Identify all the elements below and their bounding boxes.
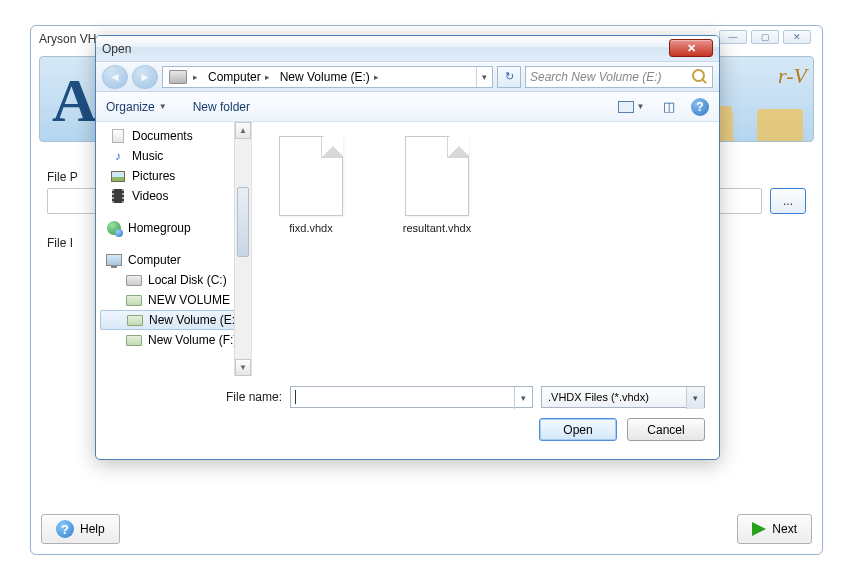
computer-icon bbox=[106, 254, 122, 266]
drive-icon bbox=[127, 315, 143, 326]
search-placeholder: Search New Volume (E:) bbox=[530, 70, 662, 84]
document-icon bbox=[112, 129, 124, 143]
view-mode-button[interactable]: ▼ bbox=[615, 97, 647, 117]
dialog-title: Open bbox=[102, 42, 131, 56]
tree-computer[interactable]: Computer bbox=[96, 250, 251, 270]
open-dialog: Open ✕ ◄ ► ▸ Computer▸ New Volume (E:)▸ … bbox=[95, 35, 720, 460]
nav-forward-button[interactable]: ► bbox=[132, 65, 158, 89]
file-item[interactable]: fixd.vhdx bbox=[268, 136, 354, 234]
device-icon bbox=[169, 70, 187, 84]
file-item[interactable]: resultant.vhdx bbox=[394, 136, 480, 234]
breadcrumb-computer[interactable]: Computer bbox=[208, 70, 261, 84]
tree-documents[interactable]: Documents bbox=[96, 126, 251, 146]
close-button[interactable]: ✕ bbox=[783, 30, 811, 44]
cancel-button[interactable]: Cancel bbox=[627, 418, 705, 441]
preview-pane-button[interactable]: ◫ bbox=[657, 97, 681, 117]
minimize-button[interactable]: — bbox=[719, 30, 747, 44]
picture-icon bbox=[111, 171, 125, 182]
dialog-titlebar[interactable]: Open ✕ bbox=[96, 36, 719, 62]
help-icon[interactable]: ? bbox=[691, 98, 709, 116]
tree-volume-f[interactable]: New Volume (F:) bbox=[96, 330, 251, 350]
refresh-button[interactable]: ↻ bbox=[497, 66, 521, 88]
scroll-up-button[interactable]: ▲ bbox=[235, 122, 251, 139]
next-button[interactable]: Next bbox=[737, 514, 812, 544]
open-button[interactable]: Open bbox=[539, 418, 617, 441]
tree-local-c[interactable]: Local Disk (C:) bbox=[96, 270, 251, 290]
window-controls: — ▢ ✕ bbox=[719, 30, 811, 44]
next-label: Next bbox=[772, 522, 797, 536]
dialog-navrow: ◄ ► ▸ Computer▸ New Volume (E:)▸ ▾ ↻ Sea… bbox=[96, 62, 719, 92]
tree-volume-d[interactable]: NEW VOLUME (D bbox=[96, 290, 251, 310]
dialog-close-button[interactable]: ✕ bbox=[669, 39, 713, 57]
nav-back-button[interactable]: ◄ bbox=[102, 65, 128, 89]
search-icon bbox=[692, 69, 708, 85]
homegroup-icon bbox=[107, 221, 121, 235]
dialog-toolbar: Organize▼ New folder ▼ ◫ ? bbox=[96, 92, 719, 122]
music-icon: ♪ bbox=[110, 149, 126, 163]
help-icon: ? bbox=[56, 520, 74, 538]
filename-label: File name: bbox=[110, 390, 282, 404]
file-name: fixd.vhdx bbox=[289, 222, 332, 234]
tree-music[interactable]: ♪Music bbox=[96, 146, 251, 166]
scroll-down-button[interactable]: ▼ bbox=[235, 359, 251, 376]
filename-input[interactable]: ▾ bbox=[290, 386, 533, 408]
address-dropdown[interactable]: ▾ bbox=[476, 67, 492, 87]
scroll-thumb[interactable] bbox=[237, 187, 249, 257]
new-folder-button[interactable]: New folder bbox=[193, 100, 250, 114]
drive-icon bbox=[126, 275, 142, 286]
banner-right-text: r-V bbox=[778, 63, 807, 89]
drive-icon bbox=[126, 295, 142, 306]
tree-videos[interactable]: Videos bbox=[96, 186, 251, 206]
tree-homegroup[interactable]: Homegroup bbox=[96, 218, 251, 238]
file-icon bbox=[405, 136, 469, 216]
filename-dropdown[interactable]: ▾ bbox=[514, 387, 532, 409]
navigation-pane: Documents ♪Music Pictures Videos Homegro… bbox=[96, 122, 252, 376]
tree-pictures[interactable]: Pictures bbox=[96, 166, 251, 186]
address-bar[interactable]: ▸ Computer▸ New Volume (E:)▸ ▾ bbox=[162, 66, 493, 88]
dialog-footer: File name: ▾ .VHDX Files (*.vhdx)▾ Open … bbox=[96, 376, 719, 453]
breadcrumb-volume[interactable]: New Volume (E:) bbox=[280, 70, 370, 84]
search-input[interactable]: Search New Volume (E:) bbox=[525, 66, 713, 88]
nav-scrollbar[interactable]: ▲ ▼ bbox=[234, 122, 251, 376]
file-name: resultant.vhdx bbox=[403, 222, 471, 234]
help-button[interactable]: ? Help bbox=[41, 514, 120, 544]
tree-volume-e[interactable]: New Volume (E:) bbox=[100, 310, 247, 330]
folder-icon bbox=[757, 109, 803, 142]
drive-icon bbox=[126, 335, 142, 346]
file-icon bbox=[279, 136, 343, 216]
chevron-down-icon: ▾ bbox=[686, 387, 704, 409]
video-icon bbox=[112, 189, 124, 203]
help-label: Help bbox=[80, 522, 105, 536]
filetype-select[interactable]: .VHDX Files (*.vhdx)▾ bbox=[541, 386, 705, 408]
organize-menu[interactable]: Organize▼ bbox=[106, 100, 167, 114]
dialog-content: Documents ♪Music Pictures Videos Homegro… bbox=[96, 122, 719, 376]
browse-button[interactable]: ... bbox=[770, 188, 806, 214]
arrow-right-icon bbox=[752, 522, 766, 536]
maximize-button[interactable]: ▢ bbox=[751, 30, 779, 44]
file-list[interactable]: fixd.vhdx resultant.vhdx bbox=[252, 122, 719, 376]
